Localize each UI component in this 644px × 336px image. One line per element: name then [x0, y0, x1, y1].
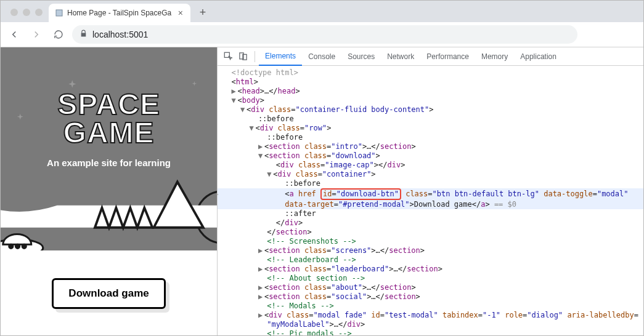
elements-tree[interactable]: <!doctype html> <html> ▶<head>…</head> ▼… [218, 66, 643, 336]
browser-toolbar: localhost:5001 [1, 22, 643, 47]
page-viewport: SPACEGAME An example site for learning D… [1, 47, 217, 336]
new-tab-button[interactable]: + [194, 4, 211, 21]
favicon-icon [55, 9, 63, 17]
window-close-icon[interactable] [10, 9, 18, 16]
svg-point-5 [9, 244, 13, 248]
tab-console[interactable]: Console [302, 47, 341, 66]
download-area: Download game [1, 250, 217, 336]
address-bar[interactable]: localhost:5001 [72, 25, 577, 44]
tab-memory[interactable]: Memory [475, 47, 514, 66]
device-toggle-icon[interactable] [236, 50, 250, 63]
url-text: localhost:5001 [92, 30, 148, 39]
highlighted-id-attr: id="download-btn" [320, 188, 401, 200]
tab-elements[interactable]: Elements [259, 47, 302, 66]
browser-tab-strip: Home Page - TailSpin SpaceGa × + [1, 1, 643, 22]
svg-rect-0 [56, 10, 62, 16]
forward-button[interactable] [28, 26, 45, 43]
reload-button[interactable] [50, 26, 67, 43]
browser-tab[interactable]: Home Page - TailSpin SpaceGa × [49, 4, 190, 22]
separator [255, 51, 255, 62]
close-tab-icon[interactable]: × [177, 8, 184, 18]
lock-icon [79, 30, 88, 39]
window-controls [6, 9, 49, 22]
tab-sources[interactable]: Sources [341, 47, 381, 66]
download-game-button[interactable]: Download game [52, 278, 165, 309]
tab-network[interactable]: Network [381, 47, 420, 66]
devtools-panel: Elements Console Sources Network Perform… [217, 47, 643, 336]
devtools-tabs: Elements Console Sources Network Perform… [218, 47, 643, 66]
window-max-icon[interactable] [35, 9, 43, 16]
tab-application[interactable]: Application [514, 47, 563, 66]
tab-performance[interactable]: Performance [420, 47, 475, 66]
game-subtitle: An example site for learning [47, 158, 171, 168]
tab-title: Home Page - TailSpin SpaceGa [67, 9, 173, 17]
selected-element[interactable]: <a href id="download-btn" class="btn btn… [218, 188, 643, 200]
game-title: SPACEGAME [57, 90, 160, 146]
svg-point-6 [15, 244, 19, 248]
back-button[interactable] [6, 26, 23, 43]
hero-section: SPACEGAME An example site for learning [1, 47, 217, 250]
window-min-icon[interactable] [23, 9, 30, 16]
hero-background [1, 47, 217, 250]
inspect-element-icon[interactable] [221, 50, 235, 63]
svg-point-7 [22, 244, 26, 248]
